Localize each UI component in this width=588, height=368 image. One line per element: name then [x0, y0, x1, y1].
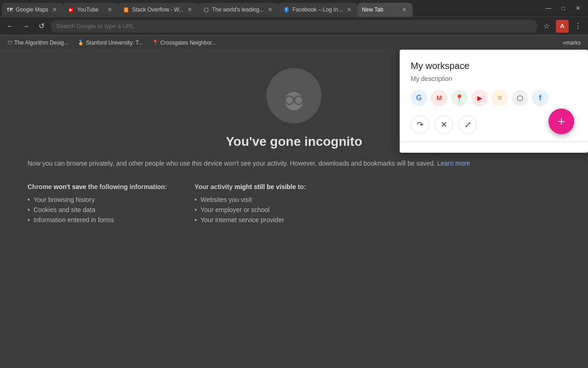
- learn-more-link[interactable]: Learn more: [437, 160, 470, 167]
- bookmark-algo[interactable]: 🛡 The Algorithm Desig...: [4, 38, 72, 48]
- svg-line-6: [283, 99, 285, 100]
- maps-favicon-icon: 🗺: [6, 6, 13, 13]
- algo-favicon-icon: 🛡: [7, 40, 12, 46]
- address-input[interactable]: [51, 20, 537, 33]
- wont-save-list: Your browsing history Cookies and site d…: [28, 196, 167, 224]
- bookmark-star-icon[interactable]: ☆: [540, 20, 553, 33]
- incognito-description: Now you can browse privately, and other …: [28, 158, 470, 168]
- bookmark-stanford[interactable]: 🏅 Stanford University: T...: [74, 38, 147, 48]
- incognito-desc-text: Now you can browse privately, and other …: [28, 160, 437, 167]
- tab-github-close[interactable]: ✕: [266, 6, 274, 13]
- workspace-title: My workspace: [411, 61, 577, 71]
- forward-button[interactable]: →: [19, 20, 32, 33]
- tab-youtube-title: YouTube: [77, 6, 103, 13]
- bookmark-stanford-title: Stanford University: T...: [86, 40, 143, 46]
- wont-save-heading: Chrome won't save the following informat…: [28, 183, 167, 190]
- tab-newtab-title: New Tab: [362, 6, 398, 13]
- github-favicon-icon: ⬡: [203, 6, 209, 13]
- tab-maps-title: Google Maps: [16, 6, 48, 13]
- svg-rect-1: [287, 82, 301, 90]
- incognito-icon: [266, 68, 322, 123]
- so-favicon-icon: S: [123, 6, 129, 13]
- list-item-forms: Information entered in forms: [28, 216, 167, 224]
- back-button[interactable]: ←: [4, 20, 17, 33]
- tab-maps-close[interactable]: ✕: [51, 6, 58, 13]
- window-controls: — □ ✕: [542, 4, 584, 13]
- reload-button[interactable]: ↺: [35, 20, 48, 33]
- tab-youtube[interactable]: ▶ YouTube ✕: [63, 3, 118, 17]
- svg-line-7: [303, 99, 305, 100]
- workspace-description: My description: [411, 75, 577, 82]
- tab-facebook-title: Facebook – Log In...: [292, 6, 342, 13]
- tab-maps[interactable]: 🗺 Google Maps ✕: [2, 3, 63, 17]
- maximize-button[interactable]: □: [557, 4, 570, 13]
- tab-newtab-close[interactable]: ✕: [401, 6, 408, 13]
- add-workspace-button[interactable]: +: [548, 109, 574, 134]
- tab-github[interactable]: ⬡ The world's leading... ✕: [198, 3, 278, 17]
- might-visible-column: Your activity might still be visible to:…: [195, 183, 306, 226]
- tab-stackoverflow[interactable]: S Stack Overflow - W... ✕: [118, 3, 198, 17]
- tab-stackoverflow-title: Stack Overflow - W...: [132, 6, 183, 13]
- close-window-button[interactable]: ✕: [571, 4, 584, 13]
- bookmark-algo-title: The Algorithm Desig...: [14, 40, 68, 46]
- workspace-open-button[interactable]: ⤢: [458, 115, 477, 134]
- list-item-websites: Websites you visit: [195, 196, 306, 203]
- might-visible-list: Websites you visit Your employer or scho…: [195, 196, 306, 224]
- wont-save-bold: won't save: [54, 183, 86, 190]
- bookmark-crossgates-title: Crossgates Neighbor...: [160, 40, 216, 46]
- wont-save-column: Chrome won't save the following informat…: [28, 183, 167, 226]
- bookmarks-more-button[interactable]: »marks: [559, 38, 584, 48]
- tab-youtube-close[interactable]: ✕: [106, 6, 113, 13]
- ws-facebook-icon[interactable]: f: [532, 90, 548, 106]
- list-item-cookies: Cookies and site data: [28, 206, 167, 213]
- tab-stackoverflow-close[interactable]: ✕: [186, 6, 193, 13]
- ws-gmail-icon[interactable]: M: [431, 90, 447, 106]
- address-bar: ← → ↺ ☆ A ⋮: [0, 17, 588, 35]
- tab-github-title: The world's leading...: [212, 6, 264, 13]
- incognito-title: You've gone incognito: [226, 134, 362, 149]
- incognito-info-section: Chrome won't save the following informat…: [28, 183, 306, 226]
- workspace-popup: My workspace My description G M 📍 ▶ ≡ ⬡ …: [400, 50, 588, 153]
- tab-facebook-close[interactable]: ✕: [345, 6, 353, 13]
- list-item-isp: Your internet service provider: [195, 216, 306, 224]
- extensions-button[interactable]: ⋮: [571, 20, 584, 33]
- workspace-divider: [400, 141, 588, 142]
- ws-github-icon[interactable]: ⬡: [512, 90, 528, 106]
- list-item-browsing-history: Your browsing history: [28, 196, 167, 203]
- workspace-undo-button[interactable]: ↷: [411, 115, 429, 134]
- crossgates-favicon-icon: 📍: [152, 40, 158, 46]
- bookmarks-bar: 🛡 The Algorithm Desig... 🏅 Stanford Univ…: [0, 35, 588, 50]
- minimize-button[interactable]: —: [542, 4, 555, 13]
- incognito-svg: [276, 77, 312, 114]
- youtube-favicon-icon: ▶: [68, 6, 74, 13]
- ws-stackoverflow-icon[interactable]: ≡: [492, 90, 508, 106]
- bookmark-crossgates[interactable]: 📍 Crossgates Neighbor...: [148, 38, 220, 48]
- main-content: You've gone incognito Now you can browse…: [0, 50, 588, 368]
- tab-newtab[interactable]: New Tab ✕: [357, 3, 413, 17]
- list-item-employer: Your employer or school: [195, 206, 306, 213]
- tab-facebook[interactable]: f Facebook – Log In... ✕: [278, 3, 357, 17]
- workspace-close-button[interactable]: ✕: [435, 115, 453, 134]
- might-visible-bold: might still be visible: [234, 183, 296, 190]
- tab-bar: 🗺 Google Maps ✕ ▶ YouTube ✕ S Stack Over…: [0, 0, 588, 17]
- ws-youtube-icon[interactable]: ▶: [471, 90, 488, 106]
- ws-google-icon[interactable]: G: [411, 90, 427, 106]
- fb-favicon-icon: f: [283, 6, 289, 13]
- stanford-favicon-icon: 🏅: [78, 40, 84, 46]
- workspace-icons-row: G M 📍 ▶ ≡ ⬡ f: [411, 90, 577, 106]
- might-visible-heading: Your activity might still be visible to:: [195, 183, 306, 190]
- profile-icon[interactable]: A: [556, 20, 569, 33]
- ws-maps-icon[interactable]: 📍: [451, 90, 468, 106]
